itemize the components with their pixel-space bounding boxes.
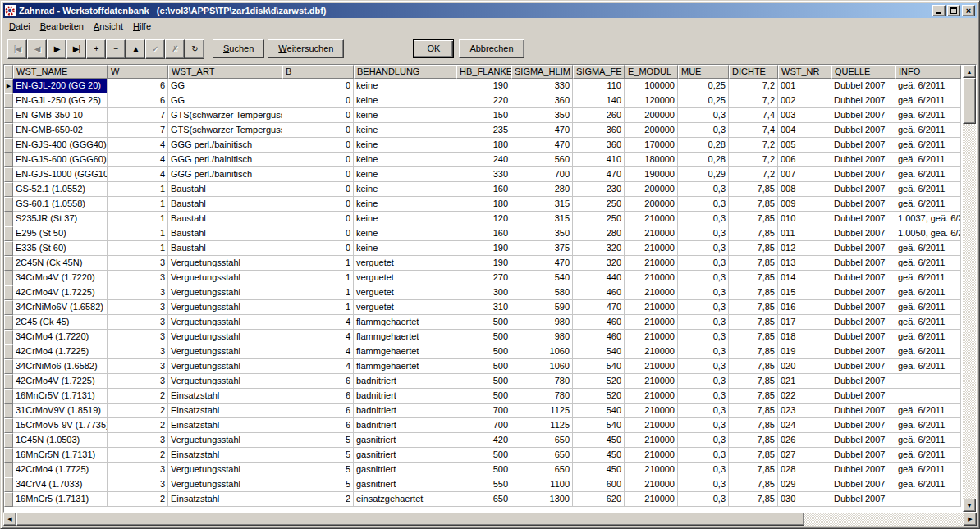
cell-hb_flanke[interactable]: 500 [456, 359, 511, 374]
cell-b[interactable]: 4 [282, 359, 354, 374]
cell-info[interactable]: geä. 6/2011 [895, 300, 961, 315]
cell-b[interactable]: 1 [282, 256, 354, 271]
cell-behandlung[interactable]: flammgehaertet [354, 344, 456, 359]
cell-info[interactable]: geä. 6/2011 [895, 433, 961, 448]
menu-item-hilfe[interactable]: Hilfe [128, 20, 156, 33]
cell-sigma_hlim[interactable]: 1060 [511, 344, 573, 359]
cell-mue[interactable]: 0,3 [678, 448, 729, 463]
cell-mue[interactable]: 0,3 [678, 315, 729, 330]
cell-info[interactable]: geä. 6/2011 [895, 197, 961, 212]
cell-wst_name[interactable]: 34CrMo4 (1.7220) [13, 330, 108, 344]
cell-e_modul[interactable]: 200000 [625, 108, 678, 123]
cell-hb_flanke[interactable]: 500 [456, 374, 511, 389]
cell-b[interactable]: 4 [282, 344, 354, 359]
search-next-button[interactable]: Weitersuchen [268, 39, 344, 58]
cell-quelle[interactable]: Dubbel 2007 [831, 123, 895, 138]
cell-sigma_hlim[interactable]: 650 [511, 463, 573, 477]
cell-wst_nr[interactable]: 010 [778, 212, 831, 226]
cell-quelle[interactable]: Dubbel 2007 [831, 315, 895, 330]
cell-b[interactable]: 0 [282, 226, 354, 241]
cell-quelle[interactable]: Dubbel 2007 [831, 153, 895, 167]
cell-wst_name[interactable]: EN-GMB-650-02 [13, 123, 108, 138]
cell-quelle[interactable]: Dubbel 2007 [831, 226, 895, 241]
cell-w[interactable]: 2 [108, 448, 168, 463]
cell-wst_art[interactable]: GTS(schwarzer Temperguss) [168, 123, 282, 138]
cell-dichte[interactable]: 7,85 [729, 389, 778, 404]
cell-mue[interactable]: 0,3 [678, 300, 729, 315]
cell-e_modul[interactable]: 200000 [625, 182, 678, 197]
cell-quelle[interactable]: Dubbel 2007 [831, 404, 895, 418]
cell-quelle[interactable]: Dubbel 2007 [831, 433, 895, 448]
cell-info[interactable]: geä. 6/2011 [895, 463, 961, 477]
cell-sigma_fe[interactable]: 250 [573, 197, 625, 212]
cell-sigma_fe[interactable]: 250 [573, 212, 625, 226]
cell-wst_art[interactable]: GTS(schwarzer Temperguss) [168, 108, 282, 123]
cell-behandlung[interactable]: flammgehaertet [354, 315, 456, 330]
cell-w[interactable]: 3 [108, 477, 168, 492]
cell-wst_name[interactable]: GS-52.1 (1.0552) [13, 182, 108, 197]
cell-e_modul[interactable]: 210000 [625, 433, 678, 448]
cell-w[interactable]: 1 [108, 182, 168, 197]
cell-e_modul[interactable]: 120000 [625, 93, 678, 108]
cell-info[interactable]: geä. 6/2011 [895, 359, 961, 374]
cell-w[interactable]: 3 [108, 433, 168, 448]
cell-wst_nr[interactable]: 014 [778, 271, 831, 285]
cell-mue[interactable]: 0,3 [678, 197, 729, 212]
cell-wst_art[interactable]: Einsatzstahl [168, 418, 282, 433]
cell-wst_art[interactable]: GGG perl./bainitisch [168, 138, 282, 153]
horizontal-scroll-track[interactable] [804, 513, 964, 526]
cell-dichte[interactable]: 7,85 [729, 477, 778, 492]
cell-mue[interactable]: 0,3 [678, 463, 729, 477]
cell-mue[interactable]: 0,3 [678, 492, 729, 507]
ok-button[interactable]: OK [413, 39, 454, 58]
cell-dichte[interactable]: 7,85 [729, 197, 778, 212]
cell-behandlung[interactable]: verguetet [354, 271, 456, 285]
cell-sigma_hlim[interactable]: 650 [511, 448, 573, 463]
cell-info[interactable]: geä. 6/2011 [895, 344, 961, 359]
column-header-sigma_hlim[interactable]: SIGMA_HLIM [511, 65, 573, 79]
cell-quelle[interactable]: Dubbel 2007 [831, 374, 895, 389]
cell-hb_flanke[interactable]: 500 [456, 389, 511, 404]
cell-sigma_fe[interactable]: 540 [573, 418, 625, 433]
cell-sigma_hlim[interactable]: 1300 [511, 492, 573, 507]
cell-sigma_hlim[interactable]: 350 [511, 108, 573, 123]
cell-hb_flanke[interactable]: 310 [456, 300, 511, 315]
column-header-hb_flanke[interactable]: HB_FLANKE [456, 65, 511, 79]
cell-e_modul[interactable]: 210000 [625, 477, 678, 492]
cell-b[interactable]: 0 [282, 93, 354, 108]
cell-mue[interactable]: 0,3 [678, 359, 729, 374]
cell-b[interactable]: 1 [282, 271, 354, 285]
cell-quelle[interactable]: Dubbel 2007 [831, 285, 895, 300]
column-header-e_modul[interactable]: E_MODUL [625, 65, 678, 79]
cell-behandlung[interactable]: badnitriert [354, 374, 456, 389]
scroll-down-button[interactable]: ▼ [963, 499, 976, 512]
column-header-behandlung[interactable]: BEHANDLUNG [354, 65, 456, 79]
cell-dichte[interactable]: 7,85 [729, 315, 778, 330]
cell-info[interactable]: geä. 6/2011 [895, 93, 961, 108]
cell-hb_flanke[interactable]: 240 [456, 153, 511, 167]
cell-b[interactable]: 5 [282, 463, 354, 477]
cell-wst_name[interactable]: 16MnCr5 (1.7131) [13, 492, 108, 507]
cell-wst_art[interactable]: Baustahl [168, 241, 282, 256]
cell-info[interactable]: geä. 6/2011 [895, 138, 961, 153]
cell-info[interactable]: geä. 6/2011 [895, 418, 961, 433]
cell-b[interactable]: 5 [282, 477, 354, 492]
edit-record-button[interactable]: ▲ [126, 39, 145, 59]
cell-wst_nr[interactable]: 015 [778, 285, 831, 300]
cell-mue[interactable]: 0,28 [678, 138, 729, 153]
cell-wst_art[interactable]: Einsatzstahl [168, 492, 282, 507]
cell-wst_nr[interactable]: 012 [778, 241, 831, 256]
cell-mue[interactable]: 0,28 [678, 153, 729, 167]
cell-sigma_fe[interactable]: 320 [573, 241, 625, 256]
cell-hb_flanke[interactable]: 500 [456, 330, 511, 344]
cell-behandlung[interactable]: keine [354, 167, 456, 182]
cell-info[interactable]: geä. 6/2011 [895, 477, 961, 492]
cell-e_modul[interactable]: 210000 [625, 241, 678, 256]
cell-sigma_fe[interactable]: 600 [573, 477, 625, 492]
cell-sigma_fe[interactable]: 450 [573, 433, 625, 448]
cell-b[interactable]: 1 [282, 300, 354, 315]
cell-b[interactable]: 6 [282, 374, 354, 389]
cell-wst_name[interactable]: 34CrNiMo6V (1.6582) [13, 300, 108, 315]
cell-e_modul[interactable]: 210000 [625, 315, 678, 330]
cell-wst_nr[interactable]: 007 [778, 167, 831, 182]
